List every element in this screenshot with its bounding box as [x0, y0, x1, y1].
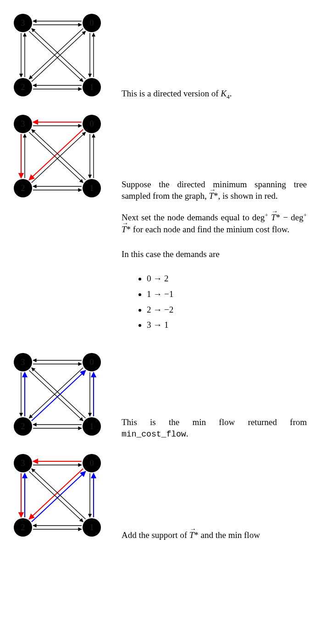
svg-text:0: 0	[90, 459, 94, 468]
graph-mst: 0123	[9, 110, 105, 202]
caption-k4-suffix: .	[230, 89, 232, 98]
svg-line-63	[32, 471, 86, 522]
svg-text:2: 2	[21, 83, 25, 92]
svg-line-2	[29, 28, 83, 79]
svg-text:1: 1	[90, 523, 94, 532]
caption-minflow: This is the min flow returned from min_c…	[115, 416, 307, 440]
svg-text:3: 3	[21, 18, 25, 28]
svg-text:3: 3	[21, 358, 25, 367]
list-item: 0 → 2	[147, 273, 307, 285]
caption-k4-prefix: This is a directed version of	[122, 89, 221, 98]
list-item: 2 → −2	[147, 304, 307, 316]
svg-text:1: 1	[90, 184, 94, 193]
symbol-K-sub: 4	[227, 93, 230, 100]
svg-line-42	[29, 368, 83, 418]
graph-minflow: 0123	[9, 348, 105, 440]
svg-line-69	[29, 471, 83, 522]
svg-text:2: 2	[21, 422, 25, 431]
svg-line-3	[32, 31, 86, 82]
code-min-cost-flow: min_cost_flow	[122, 430, 186, 439]
svg-text:0: 0	[90, 18, 94, 28]
svg-line-48	[32, 368, 86, 418]
svg-text:1: 1	[90, 422, 94, 431]
svg-text:2: 2	[21, 184, 25, 193]
svg-line-22	[29, 129, 83, 180]
svg-text:2: 2	[21, 523, 25, 532]
symbol-T: T	[209, 190, 214, 202]
svg-text:3: 3	[21, 459, 25, 468]
svg-line-8	[32, 28, 86, 79]
svg-line-28	[32, 129, 86, 180]
svg-line-49	[29, 370, 83, 421]
demand-list: 0 → 21 → −12 → −23 → 1	[122, 273, 307, 331]
svg-line-23	[32, 132, 86, 183]
demand-paragraph: Next set the node demands equal to deg+ …	[122, 211, 307, 235]
caption-k4: This is a directed version of K4.	[115, 88, 307, 101]
demand-intro: In this case the demands are	[122, 248, 307, 260]
caption-mst: Suppose the directed minimum spanning tr…	[115, 179, 307, 202]
graph-k4: 0123	[9, 9, 105, 101]
svg-text:0: 0	[90, 119, 94, 129]
svg-line-62	[29, 469, 83, 519]
svg-line-29	[29, 132, 83, 183]
symbol-K: K	[221, 89, 227, 98]
svg-text:0: 0	[90, 358, 94, 367]
graph-combined: 0123	[9, 449, 105, 541]
svg-line-68	[32, 469, 86, 519]
svg-line-9	[29, 31, 83, 82]
svg-text:3: 3	[21, 119, 25, 129]
svg-line-43	[32, 370, 86, 421]
list-item: 3 → 1	[147, 319, 307, 331]
svg-text:1: 1	[90, 83, 94, 92]
caption-combined: Add the support of T* and the min flow	[115, 529, 307, 541]
list-item: 1 → −1	[147, 288, 307, 300]
